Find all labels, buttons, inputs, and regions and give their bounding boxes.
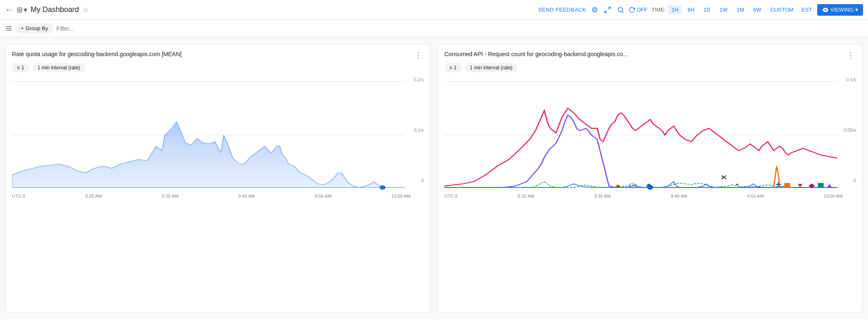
- y2-label-top: 0.1/s: [844, 77, 856, 82]
- y-label-bot: 0: [414, 178, 424, 183]
- svg-line-0: [608, 7, 610, 9]
- pill-1-label: 1: [21, 65, 24, 71]
- x-label-4: 9:50 AM: [315, 194, 331, 199]
- pill2-2-label: 1 min interval (rate): [470, 65, 512, 71]
- chart-1-area: 0.2/s 0.1/s 0: [12, 77, 424, 193]
- y-label-mid: 0.1/s: [414, 128, 424, 133]
- chart-2-x-labels: UTC-5 9:20 AM 9:30 AM 9:40 AM 9:50 AM 10…: [444, 194, 856, 199]
- marker-star: ✦: [614, 183, 621, 190]
- viewing-button[interactable]: VIEWING ▾: [817, 4, 863, 16]
- x-label-5: 10:00 AM: [391, 194, 410, 199]
- auto-refresh-button[interactable]: OFF: [628, 7, 647, 13]
- chart-card-1: Rate quota usage for geocoding-backend.g…: [5, 44, 431, 313]
- filter-icon-button[interactable]: [5, 25, 12, 32]
- x2-label-0: UTC-5: [444, 194, 458, 199]
- svg-line-3: [622, 11, 623, 12]
- grid-icon: ⊞: [17, 5, 23, 14]
- chart-2-more-button[interactable]: ⋮: [845, 51, 856, 60]
- chart-2-header: Consumed API - Request count for geocodi…: [444, 51, 856, 60]
- refresh-icon: [628, 7, 635, 13]
- chart-1-header: Rate quota usage for geocoding-backend.g…: [12, 51, 424, 60]
- pill2-filter-icon: ≡: [449, 65, 452, 71]
- chart-2-area: 0.1/s 0.05/s 0: [444, 77, 856, 193]
- dashboard-icon-btn[interactable]: ⊞ ▾: [17, 5, 27, 14]
- x2-label-2: 9:30 AM: [594, 194, 611, 199]
- svg-line-1: [605, 10, 607, 12]
- marker-teal-sq: [818, 183, 823, 187]
- marker-hex: ⬡: [629, 182, 636, 189]
- timezone-button[interactable]: EST: [799, 5, 814, 14]
- group-by-plus-icon: +: [21, 25, 24, 31]
- pill-filter-icon: ≡: [17, 65, 20, 71]
- filter-toolbar: + Group By: [0, 20, 868, 37]
- fullscreen-button[interactable]: [602, 5, 613, 15]
- y2-label-mid: 0.05/s: [844, 128, 856, 133]
- group-by-label: Group By: [26, 25, 48, 31]
- chart-2-filter-pill[interactable]: ≡ 1: [444, 63, 462, 72]
- chart-1-filter-pill[interactable]: ≡ 1: [12, 63, 29, 72]
- fullscreen-icon: [604, 6, 611, 14]
- send-feedback-button[interactable]: SEND FEEDBACK: [538, 7, 586, 13]
- time-1d-button[interactable]: 1D: [700, 5, 714, 14]
- chart-2-interval-pill[interactable]: 1 min interval (rate): [465, 63, 517, 72]
- back-button[interactable]: ←: [5, 5, 13, 14]
- filter-lines-icon: [5, 25, 12, 32]
- chart-1-more-button[interactable]: ⋮: [413, 51, 424, 60]
- x2-label-1: 9:20 AM: [517, 194, 534, 199]
- time-1h-button[interactable]: 1H: [668, 5, 682, 14]
- x-label-3: 9:40 AM: [238, 194, 255, 199]
- chart-1-svg: [12, 77, 424, 193]
- x-label-1: 9:20 AM: [85, 194, 102, 199]
- filter-input[interactable]: [57, 25, 863, 32]
- chart-1-title: Rate quota usage for geocoding-backend.g…: [12, 51, 413, 57]
- search-button[interactable]: [615, 5, 626, 15]
- time-6h-button[interactable]: 6H: [684, 5, 698, 14]
- marker-mag-diamond: ◆: [809, 182, 815, 189]
- svg-point-2: [618, 7, 623, 12]
- pill-2-label: 1 min interval (rate): [38, 65, 80, 71]
- header-left: ← ⊞ ▾ My Dashboard ☆: [5, 5, 535, 14]
- x-label-0: UTC-5: [12, 194, 25, 199]
- chart-1-interval-pill[interactable]: 1 min interval (rate): [33, 63, 85, 72]
- time-1m-button[interactable]: 1M: [733, 5, 747, 14]
- app-header: ← ⊞ ▾ My Dashboard ☆ SEND FEEDBACK ⚙: [0, 0, 868, 20]
- x-label-2: 9:30 AM: [162, 194, 178, 199]
- chart-2-title: Consumed API - Request count for geocodi…: [444, 51, 845, 57]
- chart-1-pills: ≡ 1 1 min interval (rate): [12, 63, 424, 72]
- eye-icon: [822, 7, 829, 13]
- y-label-top: 0.2/s: [414, 77, 424, 82]
- chart-1-x-labels: UTC-5 9:20 AM 9:30 AM 9:40 AM 9:50 AM 10…: [12, 194, 424, 199]
- chart-1-endpoint-dot: [379, 185, 385, 190]
- search-icon: [617, 6, 624, 14]
- marker-purple-tri: ▲: [825, 182, 834, 189]
- chart-2-y-labels: 0.1/s 0.05/s 0: [844, 77, 856, 193]
- chart-1-y-labels: 0.2/s 0.1/s 0: [414, 77, 424, 193]
- star-icon[interactable]: ☆: [82, 5, 89, 14]
- group-by-button[interactable]: + Group By: [16, 23, 53, 33]
- chart-2-svg: ✦ ⬡ ◆ ✕ ▪ + ▼ ◆: [444, 77, 856, 193]
- marker-triangle: ▼: [796, 182, 804, 189]
- settings-button[interactable]: ⚙: [590, 4, 600, 16]
- viewing-label: VIEWING: [830, 7, 854, 13]
- chart-2-pills: ≡ 1 1 min interval (rate): [444, 63, 856, 72]
- dashboard-main: Rate quota usage for geocoding-backend.g…: [0, 37, 868, 320]
- viewing-chevron: ▾: [855, 7, 858, 13]
- header-right: ⚙ OFF TIME: 1H 6H 1D 1W 1M: [590, 4, 863, 16]
- marker-circle-blue: [647, 185, 653, 190]
- time-6w-button[interactable]: 6W: [750, 5, 765, 14]
- y2-label-bot: 0: [844, 178, 856, 183]
- chart-card-2: Consumed API - Request count for geocodi…: [437, 44, 863, 313]
- x2-label-4: 9:50 AM: [747, 194, 764, 199]
- x2-label-3: 9:40 AM: [671, 194, 687, 199]
- svg-point-4: [825, 9, 826, 11]
- x2-label-5: 10:00 AM: [824, 194, 843, 199]
- pill2-1-label: 1: [454, 65, 457, 71]
- marker-plus: +: [776, 180, 782, 189]
- time-label: TIME:: [652, 7, 666, 13]
- marker-orange-sq: [784, 183, 790, 187]
- time-1w-button[interactable]: 1W: [716, 5, 731, 14]
- time-custom-button[interactable]: CUSTOM: [767, 5, 797, 14]
- page-title: My Dashboard: [31, 5, 79, 14]
- refresh-label: OFF: [637, 7, 647, 13]
- dropdown-icon: ▾: [24, 5, 27, 14]
